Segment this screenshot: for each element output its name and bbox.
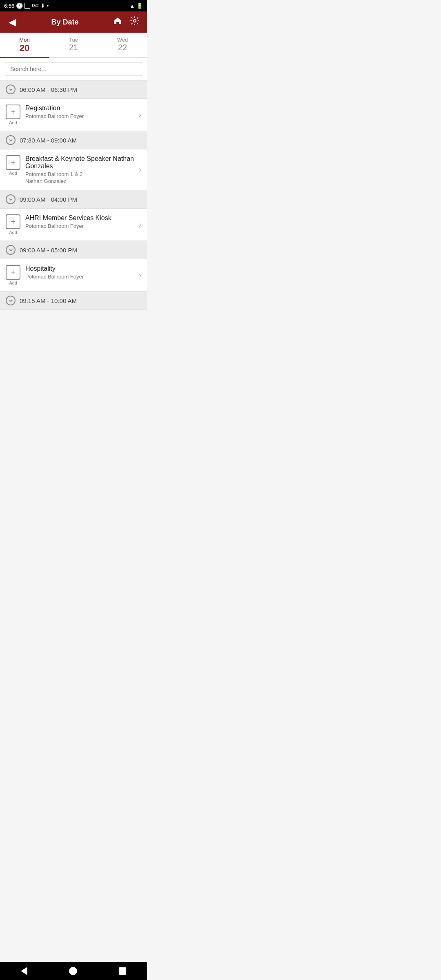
collapse-icon-3[interactable]: [6, 194, 16, 204]
event-content-3: AHRI Member Services Kiosk Potomac Ballr…: [25, 214, 136, 230]
search-container: [0, 58, 147, 80]
tab-wed-num: 22: [98, 43, 147, 52]
clock-icon: 🕐: [16, 2, 23, 9]
tab-tue-num: 21: [49, 43, 98, 52]
add-label-1: Add: [9, 120, 17, 125]
collapse-icon-4[interactable]: [6, 245, 16, 255]
calendar-add-icon-2[interactable]: [6, 155, 20, 170]
settings-button[interactable]: [128, 16, 141, 28]
time-slot-2-text: 07:30 AM - 09:00 AM: [20, 137, 77, 144]
home-icon: [113, 16, 122, 26]
status-right: ▲ 🔋: [129, 3, 143, 9]
page-title: By Date: [19, 18, 111, 27]
square-icon: [24, 3, 30, 9]
calendar-add-icon-4[interactable]: [6, 265, 20, 280]
time-slot-2-header[interactable]: 07:30 AM - 09:00 AM: [0, 131, 147, 149]
back-button[interactable]: ◀: [6, 16, 19, 28]
collapse-icon-5[interactable]: [6, 296, 16, 305]
event-title-4: Hospitality: [25, 265, 136, 272]
tab-wed[interactable]: Wed 22: [98, 33, 147, 57]
wifi-icon: ▲: [129, 3, 135, 9]
time-slot-3-text: 09:00 AM - 04:00 PM: [20, 196, 77, 203]
event-speaker-2: Nathan Gonzalez: [25, 178, 136, 184]
time-slot-4-text: 09:00 AM - 05:00 PM: [20, 247, 77, 254]
collapse-icon-2[interactable]: [6, 135, 16, 145]
time-slot-5-text: 09:15 AM - 10:00 AM: [20, 297, 77, 304]
tab-mon-name: Mon: [0, 37, 49, 43]
chevron-right-2: ›: [139, 165, 141, 174]
calendar-add-icon-3[interactable]: [6, 214, 20, 229]
top-bar: ◀ By Date: [0, 11, 147, 33]
event-title-2: Breakfast & Keynote Speaker Nathan Gonza…: [25, 155, 136, 170]
event-location-1: Potomac Ballroom Foyer: [25, 113, 136, 119]
status-time: 6:56: [4, 3, 14, 9]
calendar-add-icon-1[interactable]: [6, 105, 20, 119]
time-slot-1-text: 06:00 AM - 06:30 PM: [20, 86, 77, 93]
gear-icon: [130, 16, 140, 26]
tab-tue-name: Tue: [49, 37, 98, 43]
download-icon: ⬇: [40, 2, 45, 9]
event-content-1: Registration Potomac Ballroom Foyer: [25, 105, 136, 120]
status-bar: 6:56 🕐 G≡ ⬇ • ▲ 🔋: [0, 0, 147, 11]
collapse-icon-1[interactable]: [6, 85, 16, 94]
status-left: 6:56 🕐 G≡ ⬇ •: [4, 2, 49, 9]
battery-icon: 🔋: [136, 3, 143, 9]
tab-wed-name: Wed: [98, 37, 147, 43]
chevron-right-1: ›: [139, 111, 141, 119]
time-slot-1-header[interactable]: 06:00 AM - 06:30 PM: [0, 80, 147, 99]
add-col-3: Add: [6, 214, 20, 235]
event-breakfast-keynote[interactable]: Add Breakfast & Keynote Speaker Nathan G…: [0, 149, 147, 190]
add-label-4: Add: [9, 281, 17, 285]
day-tabs: Mon 20 Tue 21 Wed 22: [0, 33, 147, 58]
add-label-3: Add: [9, 230, 17, 235]
event-title-1: Registration: [25, 105, 136, 112]
tab-mon[interactable]: Mon 20: [0, 33, 49, 58]
event-ahri-kiosk[interactable]: Add AHRI Member Services Kiosk Potomac B…: [0, 209, 147, 241]
time-slot-3-header[interactable]: 09:00 AM - 04:00 PM: [0, 190, 147, 209]
add-label-2: Add: [9, 171, 17, 176]
event-location-2: Potomac Ballroom 1 & 2: [25, 171, 136, 177]
add-col-2: Add: [6, 155, 20, 176]
event-content-4: Hospitality Potomac Ballroom Foyer: [25, 265, 136, 281]
home-button[interactable]: [111, 16, 124, 28]
time-slot-5-header[interactable]: 09:15 AM - 10:00 AM: [0, 292, 147, 310]
search-input[interactable]: [5, 62, 142, 76]
event-registration[interactable]: Add Registration Potomac Ballroom Foyer …: [0, 99, 147, 131]
chevron-right-3: ›: [139, 220, 141, 229]
time-slot-4-header[interactable]: 09:00 AM - 05:00 PM: [0, 241, 147, 259]
tab-tue[interactable]: Tue 21: [49, 33, 98, 57]
event-hospitality[interactable]: Add Hospitality Potomac Ballroom Foyer ›: [0, 259, 147, 292]
chevron-right-4: ›: [139, 271, 141, 280]
event-location-4: Potomac Ballroom Foyer: [25, 274, 136, 280]
add-col-4: Add: [6, 265, 20, 285]
content-scroll: 06:00 AM - 06:30 PM Add Registration Pot…: [0, 80, 147, 330]
svg-point-0: [134, 20, 136, 22]
event-content-2: Breakfast & Keynote Speaker Nathan Gonza…: [25, 155, 136, 184]
dot-icon: •: [47, 3, 49, 9]
tab-mon-num: 20: [0, 43, 49, 53]
event-title-3: AHRI Member Services Kiosk: [25, 214, 136, 222]
add-col-1: Add: [6, 105, 20, 125]
ge-icon: G≡: [32, 3, 38, 9]
event-location-3: Potomac Ballroom Foyer: [25, 223, 136, 229]
